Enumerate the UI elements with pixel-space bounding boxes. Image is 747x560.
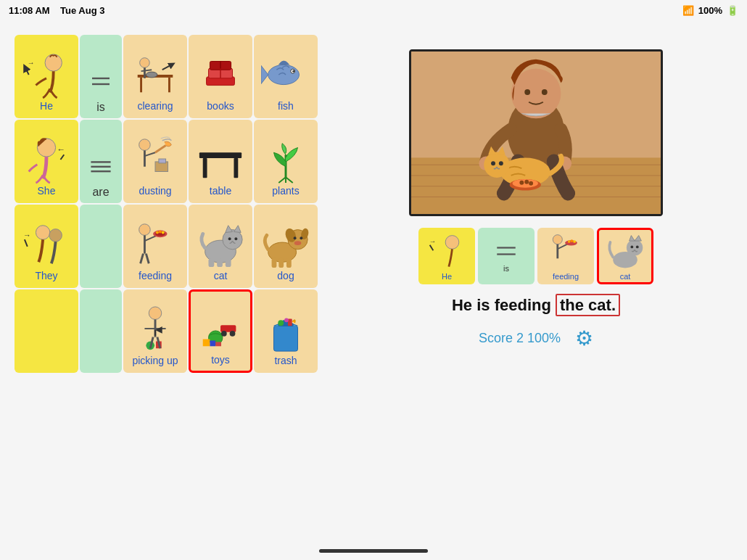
svg-point-85 — [524, 89, 530, 95]
cell-books-label: books — [207, 100, 234, 112]
cell-empty-green-2 — [80, 289, 122, 373]
cell-fish[interactable]: fish — [254, 35, 318, 118]
answer-cat-label: cat — [620, 272, 631, 281]
battery: 100% — [698, 5, 722, 16]
svg-point-53 — [268, 65, 300, 85]
home-indicator — [319, 549, 428, 553]
cell-they[interactable]: → They — [15, 205, 78, 288]
cell-feeding[interactable]: feeding — [123, 205, 187, 288]
cell-plants[interactable]: plants — [254, 120, 318, 203]
verb-be-column: is are — [80, 35, 122, 373]
cell-dog[interactable]: dog — [254, 205, 318, 288]
cell-she-label: She — [38, 185, 56, 197]
svg-point-42 — [234, 237, 237, 240]
clearing-icon — [130, 49, 181, 100]
scene-image — [409, 49, 663, 216]
cell-feeding-label: feeding — [139, 270, 172, 282]
cell-picking-up[interactable]: picking up — [123, 289, 187, 373]
cell-they-label: They — [35, 270, 57, 282]
svg-point-108 — [573, 240, 576, 243]
cell-she[interactable]: ← She — [15, 120, 78, 203]
svg-point-5 — [49, 229, 62, 242]
picking-up-icon — [130, 304, 181, 355]
status-bar: 11:08 AM Tue Aug 3 📶 100% 🔋 — [0, 0, 747, 20]
svg-point-106 — [568, 240, 571, 243]
cell-picking-up-label: picking up — [132, 355, 178, 367]
cell-is[interactable]: is — [80, 35, 122, 118]
svg-point-107 — [571, 239, 574, 242]
svg-marker-111 — [630, 236, 635, 241]
settings-button[interactable]: ⚙ — [575, 326, 593, 350]
cell-are-label: are — [92, 186, 109, 199]
object-column-1: books table — [189, 35, 252, 373]
svg-point-0 — [45, 54, 62, 71]
object-column-2: fish — [254, 35, 318, 373]
svg-point-48 — [221, 331, 227, 337]
cell-cat-label: cat — [214, 270, 228, 282]
cell-dusting[interactable]: dusting — [123, 120, 187, 203]
subject-column: → He — [15, 35, 78, 373]
wifi-icon: 📶 — [682, 5, 694, 16]
svg-point-56 — [292, 70, 294, 73]
score-text: Score 2 100% — [479, 331, 561, 346]
date: Tue Aug 3 — [60, 5, 104, 16]
answer-cell-is[interactable]: is — [478, 228, 535, 284]
cell-trash[interactable]: trash — [254, 289, 318, 373]
answer-cell-he[interactable]: → He — [418, 228, 475, 284]
cell-clearing[interactable]: clearing — [123, 35, 187, 118]
cell-cat[interactable]: cat — [189, 205, 252, 288]
svg-point-20 — [139, 224, 151, 236]
svg-marker-54 — [261, 66, 268, 84]
cell-are[interactable]: are — [80, 120, 122, 203]
cell-he-label: He — [40, 100, 53, 112]
feeding-icon — [130, 219, 181, 270]
right-panel: → He is — [339, 35, 732, 373]
sentence-display: He is feeding the cat. — [452, 296, 620, 315]
svg-point-74 — [278, 321, 284, 326]
plants-icon — [260, 134, 311, 185]
dusting-icon — [130, 134, 181, 185]
svg-rect-68 — [272, 258, 277, 268]
he-icon: → — [21, 49, 72, 100]
svg-point-16 — [140, 58, 150, 68]
svg-rect-71 — [273, 326, 297, 351]
svg-point-49 — [230, 331, 236, 337]
svg-rect-70 — [286, 258, 292, 268]
svg-point-17 — [139, 139, 151, 151]
svg-point-110 — [627, 239, 643, 255]
status-right: 📶 100% 🔋 — [682, 5, 738, 16]
answer-cell-feeding[interactable]: feeding — [537, 228, 594, 284]
svg-rect-34 — [199, 152, 242, 158]
cell-toys[interactable]: toys — [189, 289, 252, 373]
main-content: → He — [0, 28, 747, 380]
svg-rect-43 — [208, 259, 214, 268]
svg-text:→: → — [429, 238, 436, 245]
sentence-boxed-part: the cat. — [556, 294, 620, 316]
svg-point-65 — [294, 237, 297, 240]
cell-toys-label: toys — [211, 354, 230, 366]
svg-point-114 — [636, 246, 639, 249]
cell-books[interactable]: books — [189, 35, 252, 118]
cell-empty-yellow[interactable] — [15, 289, 78, 373]
cell-is-label: is — [96, 101, 105, 114]
cell-empty-green-1 — [80, 205, 122, 288]
score-row: Score 2 100% ⚙ — [479, 326, 593, 350]
toys-icon — [195, 303, 246, 354]
svg-point-76 — [284, 318, 289, 323]
svg-rect-44 — [217, 259, 223, 268]
answer-feeding-label: feeding — [553, 272, 579, 281]
svg-marker-39 — [226, 226, 233, 233]
table-icon — [195, 134, 246, 185]
svg-text:←: ← — [57, 144, 66, 154]
svg-point-100 — [445, 236, 459, 250]
cell-table[interactable]: table — [189, 120, 252, 203]
svg-line-60 — [286, 177, 293, 183]
svg-point-41 — [228, 237, 231, 240]
answer-is-label: is — [503, 264, 509, 273]
cell-he[interactable]: → He — [15, 35, 78, 118]
trash-icon — [260, 304, 311, 355]
svg-rect-69 — [278, 258, 284, 268]
svg-point-97 — [519, 181, 524, 185]
books-icon — [195, 49, 246, 100]
answer-cell-cat[interactable]: cat — [597, 228, 653, 284]
